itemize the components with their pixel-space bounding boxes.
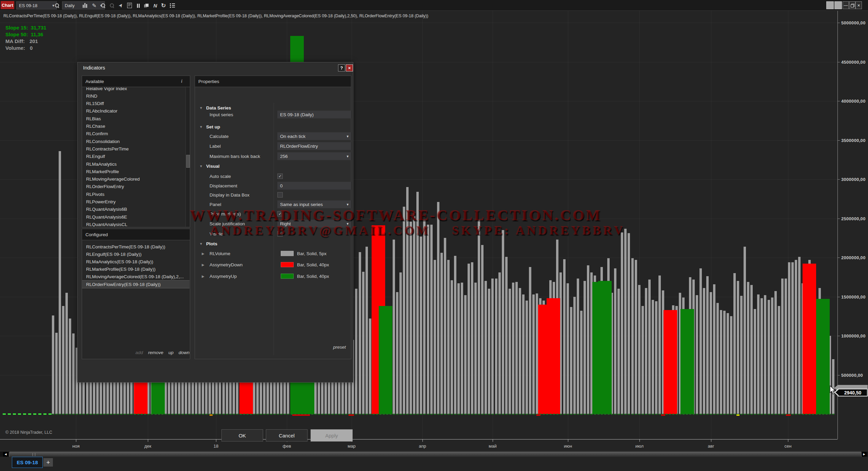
baseline-dash [263, 414, 265, 415]
titlebar-extra-button-1[interactable] [826, 1, 834, 9]
available-item[interactable]: RLConsolidation [82, 138, 186, 145]
time-axis[interactable]: ноядек18февмарапрмайиюниюлавгсен [0, 439, 868, 451]
baseline-dash [110, 414, 112, 415]
zoom-out-icon[interactable] [108, 1, 116, 9]
search-icon[interactable] [53, 1, 61, 9]
panels-icon[interactable] [142, 1, 151, 9]
available-list[interactable]: Relative Vigor IndexRINDRL15DiffRLAbcInd… [82, 87, 186, 227]
available-item[interactable]: RLQuantAnalysisCL [82, 221, 186, 227]
data-box-icon[interactable] [125, 1, 134, 9]
zigzag-icon[interactable]: N [151, 1, 159, 9]
down-link[interactable]: down [179, 350, 190, 355]
add-tab-button[interactable]: + [43, 458, 53, 467]
preset-link[interactable]: preset [195, 345, 346, 350]
instrument-selector[interactable]: ES 09-18 ▾ [16, 1, 57, 9]
section-collapse-icon[interactable]: ▼ [199, 106, 203, 110]
configured-list[interactable]: RLContractsPerTime(ES 09-18 (Daily))RLEn… [82, 241, 190, 359]
configured-item[interactable]: RLOrderFlowEntry(ES 09-18 (Daily)) [82, 281, 190, 288]
remove-link[interactable]: remove [148, 350, 163, 355]
available-item[interactable]: RLBias [82, 115, 186, 122]
scrollbar-thumb[interactable] [186, 155, 190, 168]
available-item[interactable]: RLQuantAnalysis6E [82, 213, 186, 221]
section-collapse-icon[interactable]: ▼ [199, 164, 203, 168]
baseline-dash [202, 414, 204, 415]
volume-bar [471, 262, 473, 414]
baseline-dash [434, 414, 436, 415]
add-link[interactable]: add [135, 350, 143, 355]
baseline-dash [689, 414, 691, 415]
baseline-dash [570, 414, 572, 415]
configured-item[interactable]: RLMaAnalytics(ES 09-18 (Daily)) [82, 258, 190, 265]
available-item[interactable]: RLPivots [82, 190, 186, 198]
available-item[interactable]: RLPowerEntry [82, 198, 186, 206]
available-item[interactable]: RLQuantAnalysis6B [82, 206, 186, 213]
chart-h-scrollbar[interactable]: ◀ ▶ [0, 451, 868, 457]
available-item[interactable]: RLMarketProfile [82, 168, 186, 175]
draw-icon[interactable]: ✎ [90, 1, 98, 9]
chart-trader-icon[interactable] [134, 1, 142, 9]
available-item[interactable]: RLMovingAverageColored [82, 176, 186, 183]
zoom-in-icon[interactable] [99, 1, 107, 9]
dialog-close-icon[interactable]: × [346, 64, 353, 71]
section-collapse-icon[interactable]: ▼ [199, 242, 203, 246]
minimize-button[interactable]: — [843, 1, 849, 9]
restore-button[interactable] [849, 1, 855, 9]
available-item[interactable]: RLChase [82, 123, 186, 130]
available-scrollbar[interactable] [185, 87, 190, 227]
available-item[interactable]: RIND [82, 92, 186, 100]
label-input[interactable]: RLOrderFlowEntry [277, 142, 351, 150]
available-item[interactable]: RLEngulf [82, 153, 186, 160]
plot-expand-icon[interactable]: ▶ [202, 263, 204, 267]
plot-expand-icon[interactable]: ▶ [202, 252, 204, 255]
reload-icon[interactable]: ↻ [159, 1, 167, 9]
tab-es-09-18[interactable]: ES 09-18 [12, 457, 43, 468]
scroll-left-icon[interactable]: ◀ [3, 452, 8, 456]
available-item[interactable]: RLConfirm [82, 130, 186, 138]
calculate-dropdown[interactable]: On each tick▾ [277, 132, 351, 140]
scroll-right-icon[interactable]: ▶ [862, 452, 867, 456]
available-item[interactable]: RLContractsPerTime [82, 145, 186, 152]
chart-style-icon[interactable] [81, 1, 89, 9]
volume-bar [580, 311, 583, 414]
pointer-icon[interactable]: ➤ [117, 1, 125, 9]
up-link[interactable]: up [169, 350, 174, 355]
volume-bar [706, 276, 709, 414]
volume-bar [648, 280, 651, 414]
available-item[interactable]: RLAbcIndicator [82, 107, 186, 115]
volume-bar [747, 282, 749, 414]
configured-item[interactable]: RLContractsPerTime(ES 09-18 (Daily)) [82, 243, 190, 250]
configured-item[interactable]: RLMovingAverageColored(ES 09-18 (Daily),… [82, 273, 190, 281]
section-collapse-icon[interactable]: ▼ [199, 125, 203, 129]
volume-bar [737, 281, 739, 414]
ok-button[interactable]: OK [221, 429, 263, 442]
configured-item[interactable]: RLEngulf(ES 09-18 (Daily)) [82, 250, 190, 258]
available-item[interactable]: RL15Diff [82, 100, 186, 107]
auto-scale-checkbox[interactable]: ✓ [277, 173, 283, 179]
baseline-dash [686, 414, 688, 415]
baseline-dash [741, 414, 743, 415]
configured-item[interactable]: RLMarketProfile(ES 09-18 (Daily)) [82, 266, 190, 273]
baseline-dash [147, 414, 150, 415]
maximum-bars-look-back-dropdown[interactable]: 256▾ [277, 152, 351, 160]
plot-expand-icon[interactable]: ▶ [202, 274, 204, 278]
y-tick-label: 1000000,00 [841, 333, 866, 339]
available-item[interactable]: RLMaAnalytics [82, 160, 186, 168]
baseline-dash [522, 414, 525, 415]
baseline-dash [556, 414, 558, 415]
display-in-data-box-checkbox[interactable] [277, 192, 283, 198]
input-series-input[interactable]: ES 09-18 (Daily) [277, 111, 351, 119]
properties-list-icon[interactable] [168, 1, 176, 9]
info-icon[interactable]: i [181, 79, 182, 84]
baseline-dash [3, 413, 6, 415]
available-item[interactable]: Relative Vigor Index [82, 87, 186, 92]
titlebar-extra-button-2[interactable] [834, 1, 842, 9]
chart-menu-button[interactable]: Chart [1, 1, 14, 9]
displacement-input[interactable]: 0 [277, 182, 351, 190]
apply-button[interactable]: Apply [311, 429, 353, 442]
close-button[interactable]: × [855, 1, 862, 9]
assymetryup-bar [680, 309, 694, 414]
dialog-help-button[interactable]: ? [338, 64, 345, 71]
available-item[interactable]: RLOrderFlowEntry [82, 183, 186, 190]
cancel-button[interactable]: Cancel [266, 429, 308, 442]
volume-bar [498, 272, 501, 414]
